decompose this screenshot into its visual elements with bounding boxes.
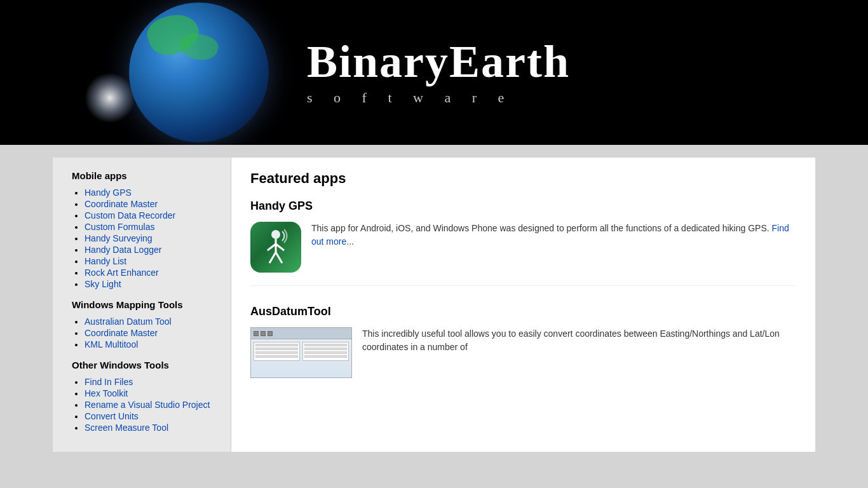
list-item: Rename a Visual Studio Project: [85, 400, 218, 410]
earth-globe: [129, 3, 269, 142]
handy-list-link[interactable]: Handy List: [85, 256, 126, 266]
list-item: Rock Art Enhancer: [85, 268, 218, 278]
australian-datum-tool-link[interactable]: Australian Datum Tool: [85, 316, 172, 327]
list-item: Handy Surveying: [85, 233, 218, 243]
screenshot-row: [304, 344, 347, 346]
svg-line-5: [276, 252, 282, 263]
handy-surveying-link[interactable]: Handy Surveying: [85, 233, 153, 243]
svg-point-0: [271, 230, 280, 239]
screen-measure-tool-link[interactable]: Screen Measure Tool: [85, 423, 168, 433]
svg-line-2: [268, 244, 276, 250]
rename-visual-studio-link[interactable]: Rename a Visual Studio Project: [85, 400, 210, 410]
aus-datum-tool-content: This incredibly useful tool allows you t…: [250, 327, 796, 378]
list-item: Convert Units: [85, 411, 218, 421]
windows-mapping-list: Australian Datum Tool Coordinate Master …: [72, 316, 218, 349]
kml-multitool-link[interactable]: KML Multitool: [85, 339, 138, 349]
screenshot-btn-2: [261, 331, 266, 336]
list-item: Custom Data Recorder: [85, 210, 218, 220]
list-item: Screen Measure Tool: [85, 423, 218, 433]
list-item: Hex Toolkit: [85, 388, 218, 398]
list-item: Handy GPS: [85, 187, 218, 198]
screenshot-body: [251, 339, 351, 363]
handy-gps-title: Handy GPS: [250, 200, 796, 213]
windows-mapping-heading: Windows Mapping Tools: [72, 299, 218, 310]
handy-gps-content: This app for Android, iOS, and Windows P…: [250, 222, 796, 273]
screenshot-row: [255, 351, 298, 354]
list-item: Custom Formulas: [85, 222, 218, 232]
screenshot-inner: [251, 328, 351, 377]
custom-data-recorder-link[interactable]: Custom Data Recorder: [85, 210, 175, 220]
brand-name: BinaryEarth: [307, 39, 790, 85]
list-item: Handy List: [85, 256, 218, 266]
screenshot-col-2: [302, 342, 349, 361]
featured-title: Featured apps: [250, 170, 796, 187]
brand-text: BinaryEarth s o f t w a r e: [281, 39, 790, 106]
rock-art-enhancer-link[interactable]: Rock Art Enhancer: [85, 268, 159, 278]
other-windows-list: Find In Files Hex Toolkit Rename a Visua…: [72, 377, 218, 433]
header: BinaryEarth s o f t w a r e: [0, 0, 868, 145]
list-item: Coordinate Master: [85, 199, 218, 209]
screenshot-row: [304, 348, 347, 350]
mobile-apps-list: Handy GPS Coordinate Master Custom Data …: [72, 187, 218, 289]
mobile-apps-heading: Mobile apps: [72, 170, 218, 181]
handy-gps-description: This app for Android, iOS, and Windows P…: [311, 222, 796, 248]
screenshot-row: [304, 355, 347, 358]
other-windows-heading: Other Windows Tools: [72, 360, 218, 370]
aus-datum-tool-title: AusDatumTool: [250, 305, 796, 318]
aus-datum-tool-screenshot: [250, 327, 352, 378]
earth-graphic: [78, 3, 281, 142]
screenshot-row: [255, 355, 298, 358]
list-item: Coordinate Master: [85, 328, 218, 338]
earth-glow: [85, 72, 135, 123]
list-item: KML Multitool: [85, 339, 218, 349]
handy-gps-link[interactable]: Handy GPS: [85, 187, 132, 198]
coordinate-master-link-2[interactable]: Coordinate Master: [85, 328, 158, 338]
featured-content: Featured apps Handy GPS: [231, 158, 815, 452]
aus-datum-tool-section: AusDatumTool: [250, 305, 796, 391]
find-in-files-link[interactable]: Find In Files: [85, 377, 133, 387]
screenshot-row: [255, 348, 298, 350]
sidebar: Mobile apps Handy GPS Coordinate Master …: [53, 158, 231, 452]
coordinate-master-link-1[interactable]: Coordinate Master: [85, 199, 158, 209]
main-content: Mobile apps Handy GPS Coordinate Master …: [53, 145, 815, 464]
screenshot-row: [304, 351, 347, 354]
handy-data-logger-link[interactable]: Handy Data Logger: [85, 245, 161, 255]
convert-units-link[interactable]: Convert Units: [85, 411, 139, 421]
screenshot-row: [255, 344, 298, 346]
hex-toolkit-link[interactable]: Hex Toolkit: [85, 388, 128, 398]
handy-gps-icon: [250, 222, 301, 273]
list-item: Handy Data Logger: [85, 245, 218, 255]
list-item: Sky Light: [85, 279, 218, 289]
screenshot-col-1: [254, 342, 300, 361]
svg-line-4: [269, 252, 276, 263]
list-item: Find In Files: [85, 377, 218, 387]
screenshot-toolbar: [251, 328, 351, 339]
aus-datum-tool-description: This incredibly useful tool allows you t…: [362, 327, 796, 354]
brand-subtitle: s o f t w a r e: [307, 90, 790, 106]
sky-light-link[interactable]: Sky Light: [85, 279, 121, 289]
custom-formulas-link[interactable]: Custom Formulas: [85, 222, 154, 232]
svg-line-3: [276, 244, 284, 250]
screenshot-btn-1: [254, 331, 259, 336]
handy-gps-section: Handy GPS: [250, 200, 796, 286]
list-item: Australian Datum Tool: [85, 316, 218, 327]
screenshot-btn-3: [268, 331, 273, 336]
